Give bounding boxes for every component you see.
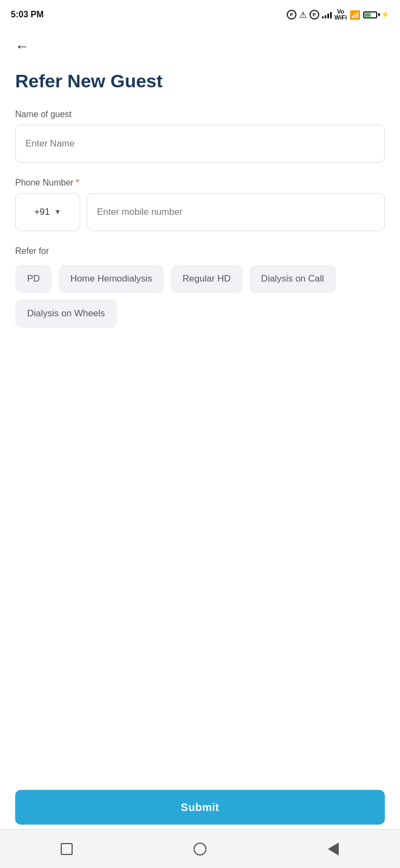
phone-required-star: * xyxy=(76,178,79,188)
back-arrow-icon: ← xyxy=(15,38,29,55)
chip-dialysis-wheels[interactable]: Dialysis on Wheels xyxy=(15,299,117,328)
main-content: ← Refer New Guest Name of guest Phone Nu… xyxy=(0,27,400,328)
nav-home-button[interactable] xyxy=(187,836,213,862)
back-triangle-icon xyxy=(328,843,339,856)
chip-pd[interactable]: PD xyxy=(15,265,52,293)
phone-row: +91 ▼ xyxy=(15,193,385,231)
phone-label: Phone Number xyxy=(15,178,74,188)
mobile-number-input[interactable] xyxy=(87,193,385,231)
chip-regular-hd[interactable]: Regular HD xyxy=(171,265,243,293)
wifi-icon: 📶 xyxy=(350,10,360,20)
chevron-down-icon: ▼ xyxy=(54,208,61,216)
back-button[interactable]: ← xyxy=(15,38,29,55)
bolt-icon: ⚡ xyxy=(381,11,389,18)
chip-dialysis-call[interactable]: Dialysis on Call xyxy=(249,265,336,293)
square-icon xyxy=(61,843,73,855)
status-bar: 5:03 PM P ⚠ P VoWiFi 📶 ⚡ xyxy=(0,0,400,27)
country-code-button[interactable]: +91 ▼ xyxy=(15,193,80,231)
guest-name-input[interactable] xyxy=(15,125,385,163)
submit-button[interactable]: Submit xyxy=(15,790,385,825)
notif-icon-1: P xyxy=(287,10,296,20)
refer-for-label: Refer for xyxy=(15,246,385,256)
page-title: Refer New Guest xyxy=(15,70,385,92)
chip-home-hemo[interactable]: Home Hemodialysis xyxy=(59,265,164,293)
signal-bars xyxy=(322,11,332,18)
nav-back-button[interactable] xyxy=(320,836,346,862)
status-icons: P ⚠ P VoWiFi 📶 ⚡ xyxy=(287,9,389,21)
country-code-value: +91 xyxy=(34,207,50,218)
guest-name-label: Name of guest xyxy=(15,110,385,119)
warning-icon: ⚠ xyxy=(299,10,307,20)
chips-container: PD Home Hemodialysis Regular HD Dialysis… xyxy=(15,265,385,328)
circle-icon xyxy=(193,843,207,856)
notif-icon-2: P xyxy=(309,10,319,20)
phone-label-row: Phone Number * xyxy=(15,178,385,188)
status-time: 5:03 PM xyxy=(11,10,43,20)
nav-square-button[interactable] xyxy=(54,836,80,862)
vowifi-label: VoWiFi xyxy=(334,9,347,21)
bottom-nav xyxy=(0,829,400,868)
battery-indicator: ⚡ xyxy=(363,11,389,18)
